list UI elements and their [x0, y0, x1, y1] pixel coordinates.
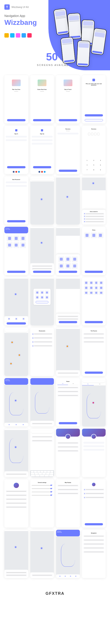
screen-map-modal [30, 277, 54, 326]
screen-map-pin-detail [56, 328, 80, 376]
screen-title: Plan Your Drive [6, 89, 27, 90]
screen-restaurants: Restaurants [30, 328, 54, 376]
screen-title: New Password [6, 179, 27, 180]
screen-title: General settings [32, 482, 53, 483]
screen-route-options: RouteTabTab [56, 378, 80, 426]
phone-mockup [67, 13, 82, 40]
phone-mockup [53, 8, 69, 36]
screen-title: Sign Up [32, 133, 53, 134]
kit-name-label: Wizzbang UI Kit [12, 6, 29, 8]
screen-map-info [30, 227, 54, 275]
screen-drive-mode: Drive mode for [82, 176, 106, 224]
screen-title: The Pizzeria [83, 330, 104, 332]
screen-title: Restaurants [32, 330, 53, 332]
screen-police: Police [82, 227, 106, 275]
screen-new-password: New Password [5, 176, 28, 224]
screen-nav-route: 14 MinutesPham Hung [5, 378, 28, 426]
screen-map-basic [56, 176, 80, 224]
screen-map-route-alt [5, 429, 28, 477]
screen-category-sheet [56, 227, 80, 275]
screen-nav-detail: 14 MinutesPham Hung [5, 227, 28, 275]
screen-signin: Sign In [5, 126, 28, 174]
screen-onboarding-3: Stay In TouchLorem ipsum [56, 75, 80, 124]
screen-map-final-2 [30, 530, 54, 578]
figma-icon [10, 33, 15, 38]
screen-profile-avatar [5, 479, 28, 528]
screen-search-keyboard [30, 429, 54, 477]
screen-route-map: TabTab [82, 378, 106, 426]
screen-profile [56, 429, 80, 477]
screen-map-categories [56, 277, 80, 326]
screen-recovery-pin: Recovery123456789 [82, 126, 106, 174]
screens-grid: Plan Your DriveLorem ipsum Easier Rush H… [0, 73, 110, 587]
sheet-title: Drive mode for [83, 211, 104, 212]
phone-mockup [60, 37, 76, 64]
screen-title: Recovery [57, 128, 78, 130]
screen-map-display: Map Display [56, 479, 80, 528]
app-logo-icon: T [5, 4, 10, 10]
screen-profile-edit [82, 429, 106, 477]
street-label: Pham Hung [5, 229, 27, 230]
photoshop-icon [22, 33, 26, 38]
screen-title: Stay In Touch [57, 89, 78, 90]
screen-title: Recovery [83, 128, 104, 130]
screen-title: Map Display [57, 482, 78, 483]
screen-title: Easier Rush Hour [32, 89, 53, 90]
adobe-xd-icon [16, 33, 20, 38]
header-section: T Wizzbang UI Kit Navigation App Wizzban… [0, 0, 110, 42]
phone-mockup [76, 40, 90, 67]
screen-settings-list [82, 479, 106, 528]
screen-pizzeria: The Pizzeria [82, 328, 106, 376]
screen-map-pins [5, 328, 28, 376]
invision-icon [27, 33, 32, 38]
screen-title: Navigation [83, 532, 104, 534]
screen-title: Plan your drive, plan your next adventur… [83, 83, 104, 86]
screen-signup: Sign Up [30, 126, 54, 174]
screen-nav-final: 14 MinutesPham Hung [56, 530, 80, 578]
screen-map-actions [5, 277, 28, 326]
screen-onboarding-2: Easier Rush HourLorem ipsum [30, 75, 54, 124]
screen-onboarding-1: Plan Your DriveLorem ipsum [5, 75, 28, 124]
phone-mockup-cluster [51, 6, 108, 68]
screen-map-final-1 [5, 530, 28, 578]
street-label: Pham Hung [57, 532, 79, 533]
screen-recovery: RecoveryEnter email [56, 126, 80, 174]
screen-navigation-settings: Navigation [82, 530, 106, 578]
screen-general-settings: General settings [30, 479, 54, 528]
screen-title: Route [57, 381, 78, 382]
screen-title: Sign In [6, 133, 27, 134]
street-label: Pham Hung [5, 380, 27, 381]
screen-onboarding-4: Plan your drive, plan your next adventur… [82, 75, 106, 124]
screen-map-search [30, 176, 54, 224]
watermark-text: GFXTRA [5, 591, 105, 596]
screen-title: Police [83, 230, 104, 231]
screen-categories-full [82, 277, 106, 326]
sketch-icon [5, 33, 9, 38]
screen-nav-alt [30, 378, 54, 426]
footer-watermark: GFXTRA [0, 587, 110, 600]
